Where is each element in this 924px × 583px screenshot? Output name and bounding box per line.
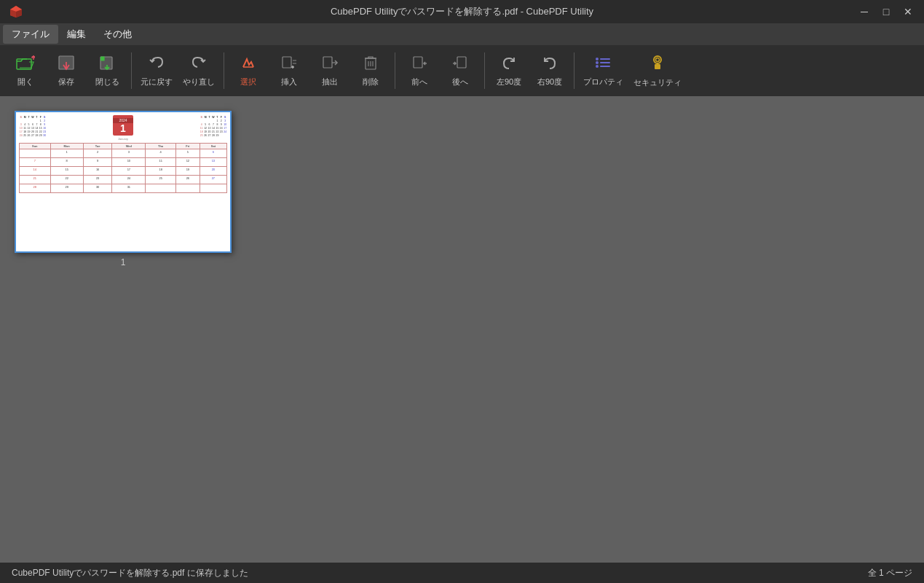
svg-rect-10 (414, 57, 422, 68)
next-button[interactable]: 後へ (441, 48, 480, 93)
undo-label: 元に戻す (141, 77, 173, 87)
save-icon (58, 55, 75, 74)
menu-bar: ファイル 編集 その他 (0, 23, 924, 45)
separator-3 (395, 52, 395, 89)
save-button[interactable]: 保存 (47, 48, 86, 93)
window-title: CubePDF Utilityでパスワードを解除する.pdf - CubePDF… (331, 5, 593, 18)
open-icon (16, 55, 35, 74)
svg-rect-7 (283, 57, 291, 68)
close-file-icon (98, 55, 116, 74)
svg-point-19 (656, 58, 660, 61)
status-message: CubePDF Utilityでパスワードを解除する.pdf に保存しました (12, 567, 248, 579)
svg-point-18 (654, 56, 661, 63)
svg-point-16 (596, 65, 599, 68)
next-label: 後へ (452, 77, 468, 87)
redo-button[interactable]: やり直し (178, 48, 219, 93)
svg-rect-15 (600, 62, 610, 63)
close-file-button[interactable]: 閉じる (87, 48, 127, 93)
window-controls[interactable]: ─ □ ✕ (857, 6, 915, 17)
mini-next-cal: SMTWTFS 123 45678910 11121314151617 1819… (200, 115, 227, 137)
prev-button[interactable]: 前へ (400, 48, 439, 93)
rotate-right-button[interactable]: 右90度 (530, 48, 569, 93)
property-label: プロパティ (583, 77, 623, 87)
redo-icon (190, 55, 208, 74)
security-button[interactable]: セキュリティ (629, 48, 686, 93)
rotate-left-icon (500, 55, 518, 74)
prev-label: 前へ (411, 77, 427, 87)
close-file-label: 閉じる (95, 77, 119, 87)
toolbar: 開く 保存 閉じる (0, 45, 924, 96)
security-icon (649, 54, 666, 74)
property-icon (594, 55, 613, 74)
delete-button[interactable]: 削除 (351, 48, 390, 93)
delete-label: 削除 (363, 77, 379, 87)
menu-file[interactable]: ファイル (3, 25, 58, 44)
main-calendar: SunMonTueWedThuFriSat 123456 78910111213… (19, 143, 227, 193)
open-button[interactable]: 開く (6, 48, 45, 93)
separator-2 (224, 52, 224, 89)
select-button[interactable]: 選択 (229, 48, 268, 93)
rotate-right-label: 右90度 (537, 77, 562, 87)
insert-button[interactable]: 挿入 (269, 48, 309, 93)
page-thumbnail[interactable]: SMTWTFS 12 3456789 10111213141516 171819… (15, 111, 232, 253)
select-icon (240, 55, 257, 74)
svg-rect-13 (600, 58, 610, 60)
svg-rect-20 (655, 64, 660, 69)
menu-edit[interactable]: 編集 (58, 25, 95, 44)
svg-rect-21 (657, 63, 658, 65)
extract-button[interactable]: 抽出 (310, 48, 350, 93)
svg-rect-11 (457, 57, 466, 68)
minimize-button[interactable]: ─ (857, 6, 872, 17)
extract-label: 抽出 (322, 77, 338, 87)
title-bar: CubePDF Utilityでパスワードを解除する.pdf - CubePDF… (0, 0, 924, 23)
page-number: 1 (121, 257, 126, 267)
separator-4 (484, 52, 485, 89)
svg-point-14 (596, 61, 599, 64)
rotate-left-label: 左90度 (497, 77, 521, 87)
app-logo (9, 4, 23, 19)
delete-icon (362, 55, 379, 74)
next-icon (451, 55, 469, 74)
open-label: 開く (17, 77, 33, 87)
undo-icon (148, 55, 165, 74)
rotate-left-button[interactable]: 左90度 (489, 48, 529, 93)
svg-rect-17 (600, 66, 610, 67)
rotate-right-icon (541, 55, 558, 74)
separator-5 (574, 52, 574, 89)
extract-icon (321, 55, 339, 74)
separator-1 (131, 52, 132, 89)
security-label: セキュリティ (633, 77, 682, 88)
redo-label: やり直し (183, 77, 215, 87)
property-button[interactable]: プロパティ (579, 48, 628, 93)
insert-label: 挿入 (281, 77, 297, 87)
page-thumbnail-container: SMTWTFS 12 3456789 10111213141516 171819… (15, 111, 232, 267)
insert-icon (280, 55, 298, 74)
close-button[interactable]: ✕ (901, 6, 915, 17)
svg-point-12 (596, 58, 599, 60)
select-label: 選択 (240, 77, 256, 87)
prev-icon (411, 55, 428, 74)
page-count: 全 1 ページ (868, 567, 912, 579)
menu-other[interactable]: その他 (95, 25, 141, 44)
svg-rect-8 (323, 57, 332, 68)
status-bar: CubePDF Utilityでパスワードを解除する.pdf に保存しました 全… (0, 563, 924, 583)
undo-button[interactable]: 元に戻す (136, 48, 177, 93)
save-label: 保存 (58, 77, 74, 87)
month-badge: 2024 1 (113, 115, 133, 136)
maximize-button[interactable]: □ (879, 6, 893, 17)
content-area: SMTWTFS 12 3456789 10111213141516 171819… (0, 96, 924, 563)
mini-prev-cal: SMTWTFS 12 3456789 10111213141516 171819… (19, 115, 47, 137)
